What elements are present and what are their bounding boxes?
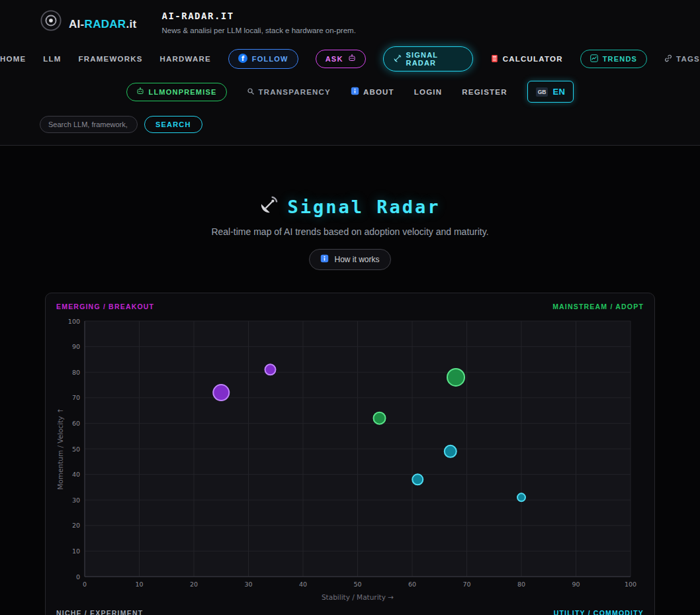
search-input[interactable] xyxy=(40,116,138,133)
nav-row-secondary: LLMONPREMISE TRANSPARENCY ABOUT LOGIN RE… xyxy=(0,81,700,103)
svg-text:100: 100 xyxy=(625,581,636,588)
quadrant-labels-bottom: NICHE / EXPERIMENT UTILITY / COMMODITY xyxy=(55,604,645,615)
gb-flag: GB xyxy=(536,87,548,97)
link-icon xyxy=(664,54,672,64)
header-top-row: AI-RADAR.it AI-RADAR.IT News & analisi p… xyxy=(0,9,700,34)
site-title-block: AI-RADAR.IT News & analisi per LLM local… xyxy=(161,11,355,34)
scatter-point-emerging[interactable] xyxy=(265,364,276,375)
ask-button[interactable]: ASK xyxy=(316,50,366,68)
search-button[interactable]: SEARCH xyxy=(144,116,202,133)
page-title-row: Signal Radar xyxy=(0,196,700,217)
nav-about[interactable]: ABOUT xyxy=(351,87,394,97)
svg-text:90: 90 xyxy=(572,581,580,588)
calculator-icon xyxy=(490,54,499,64)
robot-icon xyxy=(136,87,144,97)
search-bar: SEARCH xyxy=(0,116,700,133)
nav-login[interactable]: LOGIN xyxy=(414,88,442,96)
scatter-point-mainstream[interactable] xyxy=(374,412,386,424)
svg-text:60: 60 xyxy=(408,581,416,588)
magnifier-icon xyxy=(247,87,255,97)
language-code: EN xyxy=(552,87,565,97)
svg-text:90: 90 xyxy=(72,343,80,350)
nav-tags[interactable]: TAGS xyxy=(664,54,700,64)
quadrant-label-utility: UTILITY / COMMODITY xyxy=(554,609,644,615)
signal-radar-chart-panel: EMERGING / BREAKOUT MAINSTREAM / ADOPT 0… xyxy=(45,293,655,615)
svg-text:60: 60 xyxy=(72,420,80,427)
svg-text:50: 50 xyxy=(72,446,80,453)
svg-text:20: 20 xyxy=(72,522,80,529)
scatter-point-utility[interactable] xyxy=(412,474,423,485)
scatter-point-emerging[interactable] xyxy=(213,385,229,401)
svg-text:100: 100 xyxy=(68,318,80,325)
signal-radar-nav-active[interactable]: SIGNAL RADAR xyxy=(383,46,473,71)
trends-button[interactable]: TRENDS xyxy=(580,50,647,68)
trend-chart-icon xyxy=(590,54,598,64)
svg-text:0: 0 xyxy=(76,573,80,581)
info-icon xyxy=(320,254,329,265)
page-title: Signal Radar xyxy=(287,197,440,217)
nav-row-primary: HOME LLM FRAMEWORKS HARDWARE f FOLLOW AS… xyxy=(0,46,700,71)
scatter-point-utility[interactable] xyxy=(517,493,525,501)
svg-text:70: 70 xyxy=(462,581,470,588)
radar-scatter-svg[interactable]: 0102030405060708090100010203040506070809… xyxy=(55,315,646,604)
scatter-point-mainstream[interactable] xyxy=(447,369,464,386)
nav-transparency[interactable]: TRANSPARENCY xyxy=(247,87,331,97)
quadrant-label-mainstream: MAINSTREAM / ADOPT xyxy=(552,303,644,310)
svg-text:70: 70 xyxy=(72,394,80,401)
radar-logo-icon xyxy=(40,9,62,34)
scatter-point-utility[interactable] xyxy=(445,446,457,457)
nav-calculator[interactable]: CALCULATOR xyxy=(490,54,563,64)
svg-text:40: 40 xyxy=(299,581,307,588)
svg-text:10: 10 xyxy=(72,547,80,555)
facebook-icon: f xyxy=(238,54,247,64)
svg-text:Momentum / Velocity ↑: Momentum / Velocity ↑ xyxy=(56,408,64,489)
svg-text:20: 20 xyxy=(190,581,198,588)
nav-frameworks[interactable]: FRAMEWORKS xyxy=(79,55,143,63)
how-it-works-button[interactable]: How it works xyxy=(309,249,390,270)
svg-text:50: 50 xyxy=(353,581,361,588)
logo-text: AI-RADAR.it xyxy=(69,18,136,31)
quadrant-labels-top: EMERGING / BREAKOUT MAINSTREAM / ADOPT xyxy=(55,301,645,315)
svg-text:f: f xyxy=(241,55,245,62)
svg-text:80: 80 xyxy=(72,369,80,376)
language-switcher[interactable]: GB EN xyxy=(527,81,574,103)
svg-text:30: 30 xyxy=(244,581,252,588)
llmonpremise-button[interactable]: LLMONPREMISE xyxy=(126,83,227,101)
svg-text:40: 40 xyxy=(72,471,80,478)
quadrant-label-niche: NICHE / EXPERIMENT xyxy=(56,609,143,615)
follow-button[interactable]: f FOLLOW xyxy=(228,49,298,69)
site-subtitle: News & analisi per LLM locali, stack e h… xyxy=(161,26,355,34)
info-icon xyxy=(351,87,359,97)
nav-llm[interactable]: LLM xyxy=(43,55,61,63)
svg-text:30: 30 xyxy=(72,497,80,504)
satellite-dish-icon xyxy=(259,196,278,217)
site-header: AI-RADAR.it AI-RADAR.IT News & analisi p… xyxy=(0,0,700,146)
site-title: AI-RADAR.IT xyxy=(161,11,355,21)
svg-text:0: 0 xyxy=(83,581,87,588)
nav-hardware[interactable]: HARDWARE xyxy=(160,55,211,63)
nav-home[interactable]: HOME xyxy=(0,55,26,63)
svg-text:10: 10 xyxy=(135,581,143,588)
svg-text:Stability / Maturity →: Stability / Maturity → xyxy=(322,593,394,601)
main-content: Signal Radar Real-time map of AI trends … xyxy=(0,146,700,615)
page-subtitle: Real-time map of AI trends based on adop… xyxy=(0,226,700,237)
site-logo[interactable]: AI-RADAR.it xyxy=(40,9,136,34)
quadrant-label-emerging: EMERGING / BREAKOUT xyxy=(56,303,154,310)
satellite-icon xyxy=(393,54,402,64)
nav-register[interactable]: REGISTER xyxy=(462,88,507,96)
svg-text:80: 80 xyxy=(517,581,525,588)
robot-icon xyxy=(348,54,356,64)
